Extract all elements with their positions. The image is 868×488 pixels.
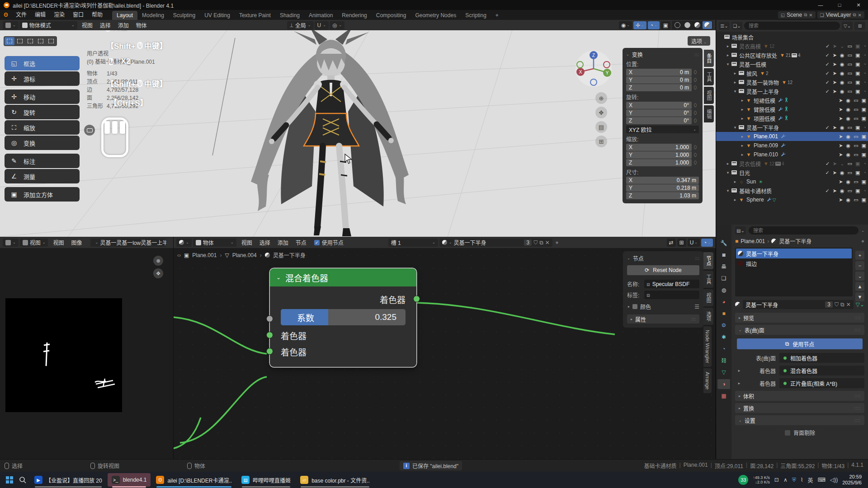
close-icon[interactable]: ✕ (809, 13, 812, 18)
properties-tab-modifiers[interactable]: ⚙ (717, 320, 730, 330)
pin-icon[interactable]: ⌖ (861, 238, 864, 244)
node-menu-3[interactable]: 节点 (292, 239, 310, 246)
eye-toggle-icon[interactable]: ◉ (840, 170, 844, 176)
expand-icon[interactable]: ▸ (732, 179, 738, 184)
outliner-row-披风[interactable]: ▸披风▼2✓➤◉▭▣◔ (716, 69, 868, 78)
use-nodes-button[interactable]: ⧉ 使用节点 (737, 338, 863, 349)
check-toggle-icon[interactable]: ✓ (826, 161, 830, 167)
expand-icon[interactable]: ▸ (725, 44, 731, 48)
unlink-icon[interactable]: ✕ (545, 239, 550, 246)
cursor-toggle-icon[interactable]: ➤ (833, 188, 837, 194)
ime-indicator[interactable]: 英 (808, 476, 813, 484)
holdout-toggle-icon[interactable]: ◔ (863, 161, 866, 167)
cursor-toggle-icon[interactable]: ➤ (833, 170, 837, 176)
outliner-row-Plane.010[interactable]: ▸▼Plane.010➤◉▭▣ (716, 150, 868, 159)
eye-toggle-icon[interactable]: ◉ (846, 152, 851, 158)
outliner-row-Plane.001[interactable]: ▸▼Plane.001➤◉▭▣ (716, 132, 868, 141)
menu-3[interactable]: 窗口 (69, 12, 88, 18)
expand-icon[interactable]: ▸ (740, 134, 745, 139)
mesh-data-dropdown-icon[interactable]: ▽⌄ (856, 301, 864, 308)
viewport-menu-0[interactable]: 视图 (78, 21, 96, 29)
screen-toggle-icon[interactable]: ▭ (854, 143, 858, 149)
microphone-icon[interactable]: ⌇ (801, 477, 803, 483)
camera-toggle-icon[interactable]: ▣ (855, 43, 860, 49)
holdout-toggle-icon[interactable]: ◔ (863, 89, 866, 94)
value-field-Z[interactable]: Z0 m (626, 84, 692, 91)
screen-toggle-icon[interactable]: ▭ (848, 161, 852, 167)
outliner-mode-icon[interactable]: ❏⌄ (731, 22, 742, 30)
workspace-tab-layout[interactable]: Layout (112, 11, 137, 20)
cursor-toggle-icon[interactable]: ➤ (833, 43, 837, 49)
camera-toggle-icon[interactable]: ▣ (855, 161, 860, 167)
mode-dropdown[interactable]: 物体模式 ⌄ (19, 21, 77, 29)
image-menu-0[interactable]: 视图 (49, 239, 67, 246)
rotation-mode-dropdown[interactable]: XYZ 欧拉⌄ (626, 126, 699, 133)
workspace-tab-animation[interactable]: Animation (304, 11, 337, 20)
screen-toggle-icon[interactable]: ▭ (854, 116, 858, 122)
shading-rendered-button[interactable] (703, 21, 712, 29)
camera-toggle-icon[interactable]: ▣ (862, 152, 866, 158)
eye-toggle-icon[interactable]: ◉ (840, 61, 844, 67)
eye-toggle-icon[interactable]: ◉ (840, 80, 844, 85)
security-shield-icon[interactable]: ⛨ (792, 477, 796, 483)
menu-4[interactable]: 帮助 (88, 12, 107, 18)
expand-icon[interactable]: ▸ (732, 71, 738, 75)
expand-icon[interactable]: ▾ (725, 188, 731, 193)
holdout-toggle-icon[interactable]: ◔ (863, 80, 866, 85)
select-mode-2[interactable] (25, 37, 35, 45)
tool-移动[interactable]: ✢移动 (5, 89, 80, 104)
value-field-X[interactable]: X1.000 (626, 144, 692, 151)
properties-tab-output[interactable]: 🖶 (717, 262, 730, 272)
shader-type-dropdown[interactable]: 物体⌄ (193, 239, 236, 247)
scene-selector[interactable]: ◱ Scene ⧉ ✕ (778, 11, 816, 19)
search-button[interactable] (16, 473, 29, 487)
lock-icon[interactable]: ⬯ (692, 77, 699, 83)
outliner-row-灵基一装饰物[interactable]: ▸灵基一装饰物▼12✓➤◉▭▣◔ (716, 78, 868, 87)
cursor-toggle-icon[interactable]: ➤ (839, 98, 843, 103)
node-sidebar-tab-工具[interactable]: 工具 (703, 271, 713, 288)
gizmos-toggle[interactable]: ✢⌄ (633, 21, 646, 29)
screen-toggle-icon[interactable]: ▭ (854, 179, 858, 185)
properties-tab-render[interactable]: ◙ (717, 250, 730, 260)
material-slot-灵基一下半身[interactable]: 灵基一下半身 (736, 249, 852, 258)
check-toggle-icon[interactable]: ✓ (825, 170, 829, 176)
properties-tab-scene[interactable]: ◍ (717, 285, 730, 295)
check-toggle-icon[interactable]: ✓ (826, 43, 830, 49)
image-menu-1[interactable]: 图像 (67, 239, 85, 246)
zoom-view-button[interactable]: ⊕ (595, 92, 607, 104)
lock-icon[interactable]: ⬯ (692, 152, 699, 158)
expand-icon[interactable]: ▸ (735, 368, 743, 373)
fake-user-shield-icon[interactable]: ⛉ (835, 301, 839, 308)
lock-icon[interactable]: ⬯ (692, 145, 699, 150)
workspace-tab-sculpting[interactable]: Sculpting (169, 11, 200, 20)
cursor-toggle-icon[interactable]: ➤ (833, 161, 837, 167)
camera-toggle-icon[interactable]: ▣ (862, 134, 866, 140)
workspace-tab-modeling[interactable]: Modeling (137, 11, 169, 20)
camera-toggle-icon[interactable]: ▣ (862, 107, 866, 113)
screen-toggle-icon[interactable]: ▭ (848, 80, 852, 85)
screen-toggle-icon[interactable]: ▭ (848, 61, 852, 67)
lock-icon[interactable]: ⬯ (692, 160, 699, 165)
workspace-tab-texture-paint[interactable]: Texture Paint (235, 11, 275, 20)
lock-icon[interactable]: ⬯ (692, 118, 699, 123)
clock[interactable]: 20:59 2025/9/6 (842, 474, 862, 486)
camera-toggle-icon[interactable]: ▣ (862, 197, 866, 203)
camera-toggle-icon[interactable]: ▣ (855, 125, 860, 131)
character-model[interactable] (226, 26, 434, 237)
expand-icon[interactable]: ▸ (740, 98, 745, 103)
outliner-row-Plane.009[interactable]: ▸▼Plane.009➤◉▭▣ (716, 141, 868, 150)
editor-type-button[interactable]: ⌄ (176, 239, 192, 247)
shading-material-button[interactable] (693, 21, 702, 29)
outliner-row-灵衣高模[interactable]: ▸灵衣高模▼12✓➤⌄▭▣◔ (716, 42, 868, 51)
sidebar-tab-条目[interactable]: 条目 (704, 50, 714, 67)
shader-input-socket-2[interactable] (266, 348, 273, 355)
eye-toggle-icon[interactable]: ◉ (840, 89, 844, 94)
screen-toggle-icon[interactable]: ▭ (848, 188, 852, 194)
pin-icon[interactable]: ⌖ (556, 239, 559, 246)
filter-icon[interactable]: ▽⌄ (842, 22, 853, 30)
workspace-tab-rendering[interactable]: Rendering (337, 11, 371, 20)
node-menu-0[interactable]: 视图 (238, 239, 256, 246)
volume-icon[interactable]: ◁)) (830, 477, 838, 483)
minimize-button[interactable]: — (811, 0, 830, 10)
camera-toggle-icon[interactable]: ▣ (862, 116, 866, 122)
